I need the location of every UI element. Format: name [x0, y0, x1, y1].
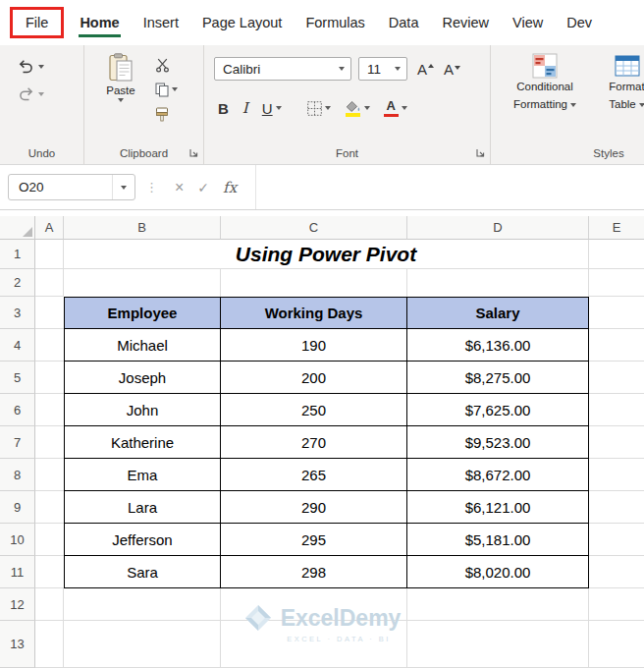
tab-formulas[interactable]: Formulas [294, 5, 376, 40]
table-cell-salary[interactable]: $9,523.00 [407, 426, 589, 459]
table-cell-working-days[interactable]: 298 [221, 556, 407, 588]
conditional-formatting-button[interactable]: Conditional Formatting [496, 53, 594, 114]
table-cell-working-days[interactable]: 265 [221, 459, 407, 491]
row-header-1[interactable]: 1 [0, 240, 35, 269]
cell[interactable] [589, 329, 644, 362]
cell[interactable] [35, 621, 64, 668]
font-name-combobox[interactable]: Calibri [214, 57, 351, 81]
cell[interactable] [35, 459, 64, 491]
cell[interactable] [221, 269, 407, 297]
cell[interactable] [221, 588, 407, 621]
name-box[interactable]: O20 [8, 174, 135, 200]
cell[interactable] [589, 269, 644, 297]
bold-button[interactable]: B [218, 100, 229, 117]
table-cell-working-days[interactable]: 270 [221, 426, 407, 459]
insert-function-icon[interactable]: fx [223, 179, 237, 196]
column-header-B[interactable]: B [64, 216, 221, 240]
underline-button[interactable]: U [262, 100, 282, 117]
cell[interactable] [64, 269, 221, 297]
cell[interactable] [589, 621, 644, 668]
row-header-7[interactable]: 7 [0, 426, 35, 459]
table-cell-working-days[interactable]: 295 [221, 524, 407, 556]
table-cell-salary[interactable]: $8,275.00 [407, 362, 589, 394]
cell[interactable] [35, 588, 64, 621]
cell[interactable] [35, 362, 64, 394]
row-header-4[interactable]: 4 [0, 329, 35, 362]
copy-button[interactable] [155, 82, 178, 97]
cell[interactable] [589, 240, 644, 269]
tab-home[interactable]: Home [68, 5, 131, 40]
row-header-10[interactable]: 10 [0, 524, 35, 556]
redo-button[interactable] [18, 86, 44, 101]
borders-button[interactable] [307, 101, 331, 116]
cell[interactable] [407, 269, 589, 297]
row-header-6[interactable]: 6 [0, 394, 35, 426]
cancel-icon[interactable]: × [175, 179, 184, 196]
tab-file[interactable]: File [10, 7, 64, 38]
table-header-employee[interactable]: Employee [64, 297, 221, 329]
table-cell-working-days[interactable]: 290 [221, 491, 407, 524]
table-cell-employee[interactable]: Jefferson [64, 524, 221, 556]
format-as-table-button[interactable]: Format Table [585, 53, 644, 114]
column-header-E[interactable]: E [589, 216, 644, 240]
formula-bar-grip[interactable]: ⋮ [145, 180, 158, 195]
table-cell-working-days[interactable]: 250 [221, 394, 407, 426]
select-all-button[interactable] [0, 216, 35, 240]
cell[interactable] [35, 297, 64, 329]
cell[interactable] [35, 394, 64, 426]
cell[interactable] [35, 240, 64, 269]
font-size-combobox[interactable]: 11 [358, 57, 407, 81]
table-cell-employee[interactable]: Michael [64, 329, 221, 362]
shrink-font-button[interactable]: A [444, 61, 460, 78]
tab-page-layout[interactable]: Page Layout [190, 5, 294, 40]
formula-input[interactable] [255, 165, 644, 209]
cell[interactable] [589, 524, 644, 556]
cell[interactable] [589, 491, 644, 524]
cell[interactable] [589, 588, 644, 621]
column-header-C[interactable]: C [221, 216, 407, 240]
row-header-5[interactable]: 5 [0, 362, 35, 394]
table-cell-working-days[interactable]: 190 [221, 329, 407, 362]
cut-button[interactable] [155, 57, 178, 73]
row-header-9[interactable]: 9 [0, 491, 35, 524]
table-cell-working-days[interactable]: 200 [221, 362, 407, 394]
grow-font-button[interactable]: A [417, 61, 434, 78]
font-color-button[interactable]: A [384, 99, 407, 117]
fill-color-button[interactable] [345, 100, 370, 117]
row-header-12[interactable]: 12 [0, 588, 35, 621]
cell[interactable] [407, 621, 589, 668]
table-cell-salary[interactable]: $6,136.00 [407, 329, 589, 362]
table-cell-salary[interactable]: $5,181.00 [407, 524, 589, 556]
table-header-working-days[interactable]: Working Days [221, 297, 407, 329]
format-painter-button[interactable] [155, 106, 178, 122]
table-cell-employee[interactable]: Joseph [64, 362, 221, 394]
cell[interactable] [589, 459, 644, 491]
tab-review[interactable]: Review [430, 5, 501, 40]
enter-icon[interactable]: ✓ [197, 180, 209, 195]
italic-button[interactable]: I [242, 99, 248, 117]
font-dialog-launcher[interactable] [475, 147, 486, 158]
sheet-title-cell[interactable]: Using Power Pivot [64, 240, 589, 269]
cell[interactable] [35, 426, 64, 459]
cell[interactable] [589, 426, 644, 459]
table-cell-salary[interactable]: $8,020.00 [407, 556, 589, 588]
cell[interactable] [221, 621, 407, 668]
undo-button[interactable] [18, 59, 44, 74]
table-cell-salary[interactable]: $6,121.00 [407, 491, 589, 524]
column-header-A[interactable]: A [35, 216, 64, 240]
tab-view[interactable]: View [501, 5, 555, 40]
cell[interactable] [35, 556, 64, 588]
cell[interactable] [64, 621, 221, 668]
cell[interactable] [407, 588, 589, 621]
cell[interactable] [35, 491, 64, 524]
paste-button[interactable]: Paste [96, 53, 145, 102]
cell[interactable] [35, 329, 64, 362]
cell[interactable] [589, 394, 644, 426]
table-cell-employee[interactable]: Sara [64, 556, 221, 588]
cell[interactable] [64, 588, 221, 621]
table-cell-employee[interactable]: Katherine [64, 426, 221, 459]
tab-insert[interactable]: Insert [132, 5, 190, 40]
clipboard-dialog-launcher[interactable] [188, 147, 199, 158]
row-header-2[interactable]: 2 [0, 269, 35, 297]
row-header-13[interactable]: 13 [0, 621, 35, 668]
